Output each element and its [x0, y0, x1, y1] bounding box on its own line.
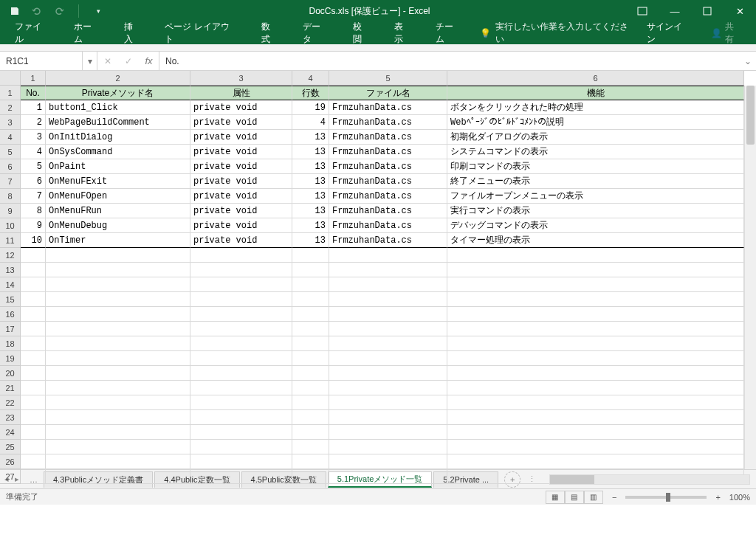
row-header[interactable]: 13 [0, 263, 21, 277]
cell[interactable] [329, 263, 447, 277]
header-cell[interactable]: 属性 [190, 86, 292, 100]
select-all-corner[interactable] [0, 71, 21, 86]
cell[interactable]: FrmzuhanData.cs [329, 115, 447, 130]
scroll-thumb[interactable] [550, 475, 594, 484]
tab-home[interactable]: ホーム [62, 22, 112, 44]
zoom-out-icon[interactable]: − [612, 493, 616, 502]
cell[interactable] [292, 263, 329, 277]
cell[interactable]: private void [190, 204, 292, 218]
cell[interactable] [329, 322, 447, 336]
name-box[interactable]: R1C1 [0, 52, 83, 70]
cell[interactable] [21, 425, 46, 440]
row-header[interactable]: 7 [0, 174, 21, 189]
cell[interactable] [190, 248, 292, 263]
cell[interactable] [329, 277, 447, 292]
row-header[interactable]: 18 [0, 336, 21, 351]
expand-formula-bar-icon[interactable]: ⌄ [740, 56, 756, 66]
cell[interactable]: 2 [21, 115, 46, 130]
cell[interactable] [190, 425, 292, 440]
cell[interactable] [292, 292, 329, 307]
cell[interactable] [329, 381, 447, 395]
row-header[interactable]: 24 [0, 425, 21, 440]
save-icon[interactable] [9, 5, 21, 17]
cell[interactable] [21, 381, 46, 395]
cell[interactable]: 10 [21, 233, 46, 248]
cell[interactable]: ファイルオープンメニューの表示 [447, 189, 744, 204]
cell[interactable] [190, 322, 292, 336]
cell[interactable] [329, 410, 447, 425]
cell[interactable]: FrmzuhanData.cs [329, 189, 447, 204]
cell[interactable]: 13 [292, 130, 329, 145]
cell[interactable] [329, 440, 447, 454]
cell[interactable]: private void [190, 115, 292, 130]
cell[interactable] [46, 277, 190, 292]
tab-file[interactable]: ファイル [3, 22, 62, 44]
row-header[interactable]: 10 [0, 218, 21, 233]
ribbon-display-icon[interactable] [626, 0, 659, 22]
cell[interactable] [329, 336, 447, 351]
col-header[interactable]: 5 [329, 71, 447, 86]
share-button[interactable]: 👤 共有 [701, 21, 753, 46]
qat-customize-icon[interactable]: ▾ [92, 5, 104, 17]
cell[interactable] [46, 425, 190, 440]
cell[interactable] [46, 410, 190, 425]
cell[interactable]: private void [190, 145, 292, 159]
row-header[interactable]: 22 [0, 395, 21, 410]
cell[interactable] [46, 440, 190, 454]
cell[interactable] [447, 381, 744, 395]
cell[interactable] [21, 366, 46, 381]
col-header[interactable]: 3 [190, 71, 292, 86]
tab-insert[interactable]: 挿入 [112, 22, 154, 44]
row-header[interactable]: 1 [0, 86, 21, 100]
cancel-formula-icon[interactable]: ✕ [97, 52, 118, 70]
row-header[interactable]: 9 [0, 204, 21, 218]
cell[interactable] [447, 410, 744, 425]
cell[interactable] [447, 263, 744, 277]
cell[interactable] [292, 469, 329, 484]
row-header[interactable]: 17 [0, 322, 21, 336]
vertical-scrollbar[interactable] [744, 86, 756, 469]
cell[interactable]: FrmzuhanData.cs [329, 218, 447, 233]
namebox-dropdown-icon[interactable]: ▾ [83, 52, 97, 70]
cell[interactable]: private void [190, 100, 292, 115]
cell[interactable] [292, 381, 329, 395]
cell[interactable]: FrmzuhanData.cs [329, 159, 447, 174]
cell[interactable] [292, 351, 329, 366]
cell[interactable]: 7 [21, 189, 46, 204]
tab-pagelayout[interactable]: ページ レイアウト [153, 22, 250, 44]
cell[interactable] [46, 307, 190, 322]
cell[interactable]: OnTimer [46, 233, 190, 248]
cell[interactable] [329, 454, 447, 469]
row-header[interactable]: 15 [0, 292, 21, 307]
cell[interactable]: button1_Click [46, 100, 190, 115]
row-header[interactable]: 19 [0, 351, 21, 366]
signin-link[interactable]: サインイン [636, 21, 701, 46]
cell[interactable]: 13 [292, 204, 329, 218]
cell[interactable] [190, 277, 292, 292]
cell[interactable]: FrmzuhanData.cs [329, 130, 447, 145]
horizontal-scrollbar[interactable] [549, 474, 750, 485]
cell[interactable] [21, 292, 46, 307]
cell[interactable]: private void [190, 130, 292, 145]
col-header[interactable]: 1 [21, 71, 46, 86]
col-header[interactable]: 4 [292, 71, 329, 86]
cell[interactable] [46, 366, 190, 381]
cell[interactable] [190, 263, 292, 277]
cell[interactable] [447, 248, 744, 263]
cell[interactable] [21, 336, 46, 351]
cell[interactable] [292, 322, 329, 336]
cell[interactable]: 19 [292, 100, 329, 115]
zoom-thumb[interactable] [666, 493, 670, 502]
zoom-slider[interactable] [625, 496, 707, 499]
cell[interactable] [190, 307, 292, 322]
cell[interactable] [21, 469, 46, 484]
cell[interactable] [292, 410, 329, 425]
cell[interactable] [190, 351, 292, 366]
cell[interactable]: 1 [21, 100, 46, 115]
cell[interactable]: FrmzuhanData.cs [329, 204, 447, 218]
row-header[interactable]: 12 [0, 248, 21, 263]
cell[interactable]: デバッグコマンドの表示 [447, 218, 744, 233]
tab-team[interactable]: チーム [424, 22, 474, 44]
cell[interactable] [329, 395, 447, 410]
cell[interactable]: タイマー処理の表示 [447, 233, 744, 248]
